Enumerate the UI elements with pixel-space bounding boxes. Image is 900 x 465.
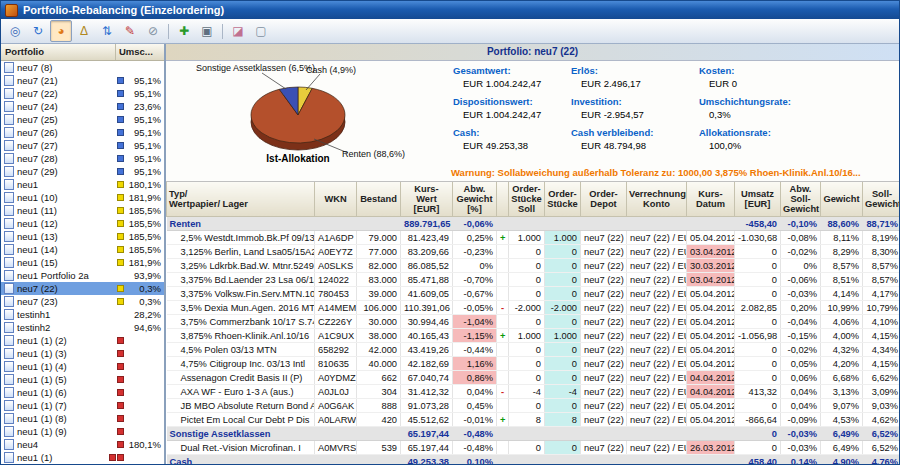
portfolio-item[interactable]: neu1180,1% [1, 178, 164, 191]
security-row[interactable]: 3,375% Bd.Laender 23 Lsa 06/1312402283.0… [167, 273, 900, 287]
portfolio-item[interactable]: neu1 (1) (6) [1, 386, 164, 399]
column-header-8[interactable]: Order- Depot [581, 182, 627, 217]
portfolio-item[interactable]: neu1 (13)185,5% [1, 230, 164, 243]
asset-class-row[interactable]: Sonstige Assetklassen65.197,44-0,48%0-0,… [167, 427, 900, 441]
security-row[interactable]: 4,75% Citigroup Inc. 03/13 Intl81063540.… [167, 357, 900, 371]
portfolio-item[interactable]: neu1 (1) (4) [1, 360, 164, 373]
printer-icon[interactable]: ▣ [196, 20, 218, 42]
column-header-12[interactable]: Abw. Soll- Gewicht [781, 182, 821, 217]
cell-konto: neu7 (22) / EUR [627, 357, 687, 371]
security-row[interactable]: Dual Ret.-Vision Microfinan. IA0MVRS5396… [167, 441, 900, 455]
security-row[interactable]: 3,875% Rhoen-Klinik.Anl.10/16A1C9UX38.00… [167, 329, 900, 343]
column-header-5[interactable] [497, 182, 509, 217]
security-row[interactable]: 3,125% Berlin, Land Lsa05/15A204A0EY7Z77… [167, 245, 900, 259]
column-header-6[interactable]: Order- Stücke Soll [509, 182, 545, 217]
portfolio-item-label: neu1 (10) [17, 192, 117, 203]
portfolio-item[interactable]: neu7 (27)95,1% [1, 139, 164, 152]
allocation-pie-icon[interactable]: ◕ [50, 20, 72, 42]
document-icon[interactable]: ▢ [250, 20, 272, 42]
cell-order[interactable]: 0 [545, 343, 581, 357]
column-header-1[interactable]: WKN [315, 182, 357, 217]
cell-order[interactable]: -4 [545, 385, 581, 399]
security-row[interactable]: 2,5% Westdt.Immob.Bk.Pf 09/13A1A6DP79.00… [167, 231, 900, 245]
portfolio-item[interactable]: neu1 (1) (7) [1, 399, 164, 412]
portfolio-item[interactable]: neu7 (8) [1, 61, 164, 74]
security-row[interactable]: 4,5% Polen 03/13 MTN65829242.00043.419,2… [167, 343, 900, 357]
portfolio-item[interactable]: neu7 (29)95,1% [1, 165, 164, 178]
portfolio-item[interactable]: neu1 (1) (5) [1, 373, 164, 386]
portfolio-node-icon [4, 439, 14, 450]
cell-order[interactable]: 1.000 [545, 329, 581, 343]
column-header-7[interactable]: Order- Stücke [545, 182, 581, 217]
security-row[interactable]: 3,375% Volksw.Fin.Serv.MTN.10/1478045339… [167, 287, 900, 301]
portfolio-item[interactable]: neu1 (15)181,9% [1, 256, 164, 269]
portfolio-item[interactable]: testinh128,2% [1, 308, 164, 321]
cell-order[interactable]: 0 [545, 273, 581, 287]
cell-order[interactable]: 0 [545, 287, 581, 301]
portfolio-item[interactable]: neu4180,1% [1, 438, 164, 451]
portfolio-item[interactable]: neu7 (21)95,1% [1, 74, 164, 87]
eraser-icon[interactable]: ◪ [227, 20, 249, 42]
portfolio-item[interactable]: neu1 (1) [1, 451, 164, 464]
security-row[interactable]: JB MBO Absolute Return Bond AA0G6AK88891… [167, 399, 900, 413]
portfolio-item[interactable]: testinh294,6% [1, 321, 164, 334]
portfolio-item[interactable]: neu1 (14)185,5% [1, 243, 164, 256]
portfolio-item[interactable]: neu1 (1) (2) [1, 334, 164, 347]
asset-class-row[interactable]: Renten889.791,65-0,06%-458,40-0,10%88,60… [167, 217, 900, 231]
security-row[interactable]: Pictet Em Local Cur Debt P DisA0LARW4204… [167, 413, 900, 427]
cell-order[interactable]: -2.000 [545, 301, 581, 315]
portfolio-column-header[interactable]: Portfolio [1, 44, 116, 60]
cell-order[interactable]: 0 [545, 245, 581, 259]
column-header-14[interactable]: Soll- Gewicht [863, 182, 900, 217]
cell-konto: neu7 (22) / EUR [627, 329, 687, 343]
umschichtung-column-header[interactable]: Umsc... [116, 44, 164, 60]
rebalance-icon[interactable]: ⇅ [96, 20, 118, 42]
cell-order[interactable]: 0 [545, 399, 581, 413]
cell-order[interactable]: 0 [545, 357, 581, 371]
column-header-0[interactable]: Typ/ Wertpapier/ Lager [167, 182, 315, 217]
column-header-13[interactable]: Gewicht [821, 182, 863, 217]
portfolio-item[interactable]: neu1 Portfolio 2a93,9% [1, 269, 164, 282]
portfolio-item[interactable]: neu1 (1) (9) [1, 425, 164, 438]
security-row[interactable]: 3,75% Commerzbank 10/17 S.745CZ226Y30.00… [167, 315, 900, 329]
portfolio-item[interactable]: neu1 (1) (3) [1, 347, 164, 360]
asset-class-row[interactable]: Cash49.253,380,10%458,400,14%4,90%4,76% [167, 455, 900, 465]
column-header-4[interactable]: Abw. Gewicht [%] [453, 182, 497, 217]
portfolio-item[interactable]: neu7 (25)95,1% [1, 113, 164, 126]
cell-gewicht: 8,29% [821, 245, 863, 259]
security-row[interactable]: 3,5% Dexia Mun.Agen. 2016 MTNA14MEM106.0… [167, 301, 900, 315]
cell-order[interactable]: 0 [545, 315, 581, 329]
search-icon[interactable]: ◎ [4, 20, 26, 42]
edit-icon[interactable]: ✎ [119, 20, 141, 42]
delta-icon[interactable]: Δ [73, 20, 95, 42]
cell-konto: neu7 (22) / EUR [627, 301, 687, 315]
cell-name: Renten [167, 217, 315, 231]
column-header-9[interactable]: Verrechnungs- Konto [627, 182, 687, 217]
column-header-11[interactable]: Umsatz [EUR] [735, 182, 781, 217]
portfolio-item[interactable]: neu7 (23)0,3% [1, 295, 164, 308]
cell-order[interactable]: 0 [545, 259, 581, 273]
portfolio-item[interactable]: neu7 (26)95,1% [1, 126, 164, 139]
cell-order[interactable]: 1.000 [545, 231, 581, 245]
cell-order[interactable]: 0 [545, 371, 581, 385]
portfolio-item[interactable]: neu1 (11)185,5% [1, 204, 164, 217]
portfolio-item[interactable]: neu7 (22)0,3% [1, 282, 164, 295]
portfolio-item[interactable]: neu7 (22)95,1% [1, 87, 164, 100]
portfolio-item[interactable]: neu7 (24)23,6% [1, 100, 164, 113]
portfolio-item[interactable]: neu1 (1) (8) [1, 412, 164, 425]
refresh-icon[interactable]: ↻ [27, 20, 49, 42]
column-header-10[interactable]: Kurs- Datum [687, 182, 735, 217]
security-row[interactable]: 3,25% Ldkrbk.Bad.W. Mtnr.5249A0SLKS82.00… [167, 259, 900, 273]
add-order-icon[interactable]: ✚ [173, 20, 195, 42]
status-blue-icon [117, 129, 124, 136]
security-row[interactable]: Assenagon Credit Basis II (P)A0YDMZ66267… [167, 371, 900, 385]
portfolio-item[interactable]: neu1 (12)185,5% [1, 217, 164, 230]
portfolio-item[interactable]: neu7 (28)95,1% [1, 152, 164, 165]
clear-order-icon[interactable]: ⊘ [142, 20, 164, 42]
cell-order[interactable]: 8 [545, 413, 581, 427]
security-row[interactable]: AXA WF - Euro 1-3 A (aus.)A0JL0J30431.41… [167, 385, 900, 399]
column-header-2[interactable]: Bestand [357, 182, 401, 217]
cell-order[interactable]: 0 [545, 441, 581, 455]
column-header-3[interactable]: Kurs- Wert [EUR] [401, 182, 453, 217]
portfolio-item[interactable]: neu1 (10)181,9% [1, 191, 164, 204]
